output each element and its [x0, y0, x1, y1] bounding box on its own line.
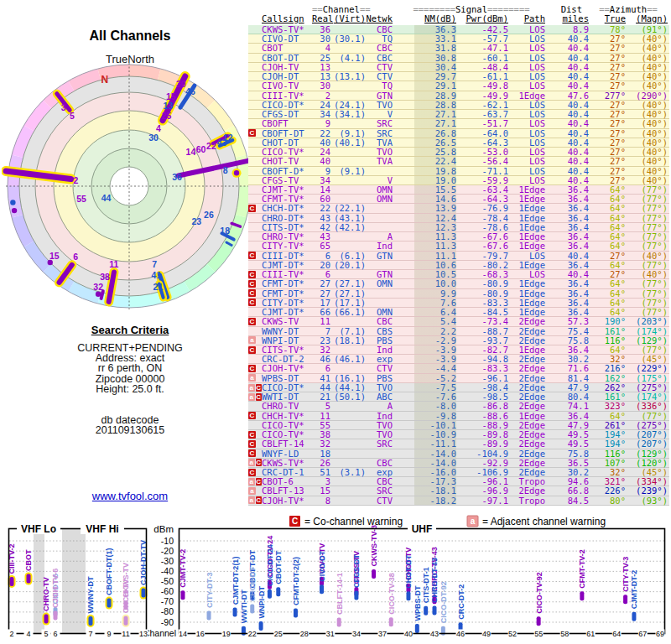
cell-nm-db: 29.1 — [393, 81, 456, 90]
cell-real-channel: 23 — [312, 336, 330, 345]
cell-nm-db: -14.0 — [393, 459, 456, 467]
cell-nm-db: 10.5 — [393, 270, 456, 278]
cell-virtual-channel: (9.1) — [330, 167, 366, 175]
cell-azimuth-true: 64° — [589, 195, 626, 203]
polar-channel-label: 32 — [93, 282, 103, 292]
co-channel-warning-icon: C — [248, 205, 256, 212]
cell-dist-miles: 40.4 — [550, 44, 589, 52]
cell-dist-miles: 40.4 — [550, 119, 589, 127]
cell-real-channel: 27 — [312, 279, 330, 288]
cell-virtual-channel: (34.1) — [330, 110, 366, 118]
cell-nm-db: -17.3 — [393, 477, 456, 486]
cell-virtual-channel — [330, 317, 366, 325]
tvfool-link[interactable]: www.tvfool.com — [92, 490, 168, 502]
cell-network: CBC — [366, 54, 393, 62]
cell-virtual-channel: (40.1) — [330, 138, 366, 147]
cell-callsign: CBOT-DT — [262, 54, 312, 62]
polar-channel-label: 22 — [206, 141, 216, 151]
cell-dist-miles: 94.6 — [550, 477, 589, 486]
cell-nm-db: 2.2 — [393, 327, 456, 335]
cell-nm-db: -5.2 — [393, 374, 456, 382]
cell-virtual-channel — [330, 402, 366, 410]
co-channel-warning-icon: C — [248, 271, 256, 278]
cell-virtual-channel: (46.1) — [330, 355, 366, 363]
adjacent-warning-icon: a — [248, 487, 256, 495]
polar-channel-label: 30 — [176, 79, 186, 89]
cell-virtual-channel: (13.1) — [330, 72, 366, 80]
cell-pwr-dbm: -96.1 — [456, 477, 508, 486]
cell-callsign: CBOFT-DT — [262, 129, 312, 138]
cell-dist-miles: 40.4 — [550, 54, 589, 62]
cell-warnings: C — [248, 439, 262, 448]
cell-dist-miles: 47.6 — [550, 91, 589, 100]
cell-virtual-channel — [330, 232, 366, 241]
polar-chart: 3046151325430124322601436826231874121113… — [2, 60, 258, 314]
station-signal-bar — [276, 587, 280, 596]
table-row: CJMT-DT*20(20.1)10.6-80.21Edge36.464°(77… — [248, 261, 669, 270]
cell-path: 2Edge — [508, 364, 550, 372]
cell-nm-db: 26.5 — [393, 138, 456, 147]
co-channel-warning-icon: C — [248, 289, 256, 297]
dbm-tick-label: -20 — [161, 546, 174, 556]
table-row: CCITS-TV*32Ind-3.9-82.71Edge36.464°(77°) — [248, 345, 669, 355]
cell-dist-miles: 75.4 — [550, 327, 589, 335]
table-row: CFMT-TV*60OMN14.6-64.31Edge36.464°(77°) — [248, 195, 669, 204]
cell-path: 1Edge — [508, 185, 550, 194]
cell-network: GTN — [366, 270, 393, 278]
table-row: CHOT-DT40(40.1)TVA26.5-64.3LOS40.427°(40… — [248, 138, 669, 148]
cell-network: TVA — [366, 157, 393, 165]
cell-network: OMN — [366, 279, 393, 288]
station-signal-bar — [415, 624, 419, 633]
cell-nm-db: -4.4 — [393, 364, 456, 372]
cell-virtual-channel — [330, 185, 366, 194]
table-column-headers: Callsign Real (Virt) Netwk NM(dB) Pwr(dB… — [248, 14, 669, 23]
cell-path: 1Edge — [508, 204, 550, 212]
station-bar-label: CBOT-DT — [274, 550, 283, 584]
cell-warnings: aC — [248, 496, 262, 505]
cell-virtual-channel: (20.1) — [330, 261, 366, 269]
cell-network: GTN — [366, 252, 393, 260]
cell-azimuth-magn: (174°) — [626, 392, 668, 401]
cell-network: OMN — [366, 308, 393, 316]
cell-warnings — [248, 54, 262, 62]
cell-azimuth-magn: (40°) — [626, 119, 668, 127]
cell-azimuth-true: 64° — [589, 242, 626, 250]
station-bar-label: CICO-DT-92 — [440, 581, 448, 623]
cell-azimuth-magn: (40°) — [626, 34, 668, 43]
cell-pwr-dbm: -83.3 — [456, 299, 508, 307]
cell-pwr-dbm: -64.3 — [456, 195, 508, 203]
cell-azimuth-magn: (40°) — [626, 138, 668, 147]
cell-callsign: CHOT-DT — [262, 138, 312, 147]
cell-pwr-dbm: -76.9 — [456, 204, 508, 212]
channel-tick-label: 16 — [196, 630, 205, 638]
cell-warnings: C — [248, 289, 262, 298]
cell-path: 2Edge — [508, 421, 550, 429]
cell-azimuth-true: 64° — [589, 299, 626, 307]
cell-nm-db: -3.9 — [393, 355, 456, 363]
cell-virtual-channel — [330, 176, 366, 184]
cell-nm-db: -8.0 — [393, 402, 456, 410]
cell-pwr-dbm: -47.1 — [456, 44, 508, 52]
cell-azimuth-magn: (229°) — [626, 364, 668, 372]
cell-real-channel: 24 — [312, 101, 330, 109]
cell-callsign: CBOFT-D* — [262, 167, 312, 175]
cell-callsign: CBLFT-13 — [262, 486, 312, 495]
cell-dist-miles: 40.4 — [550, 252, 589, 260]
cell-warnings — [248, 308, 262, 316]
cell-azimuth-true: 116° — [589, 449, 626, 458]
cell-pwr-dbm: -83.3 — [456, 364, 508, 372]
channel-tick-label: 37 — [378, 630, 387, 638]
station-bar-label: WNPI-DT — [257, 585, 266, 618]
cell-path: 1Edge — [508, 308, 550, 316]
cell-path: LOS — [508, 72, 550, 80]
cell-network: OMN — [366, 185, 393, 194]
cell-callsign: CKWS-TV* — [262, 459, 312, 467]
cell-callsign: CICO-TV* — [262, 421, 312, 429]
cell-network: CBC — [366, 25, 393, 34]
cell-nm-db: -7.5 — [393, 383, 456, 392]
cell-nm-db: 7.6 — [393, 299, 456, 307]
polar-channel-label: 3 — [61, 102, 66, 112]
cell-dist-miles: 40.4 — [550, 270, 589, 278]
cell-azimuth-true: 78° — [589, 25, 626, 34]
cell-azimuth-magn: (40°) — [626, 167, 668, 175]
